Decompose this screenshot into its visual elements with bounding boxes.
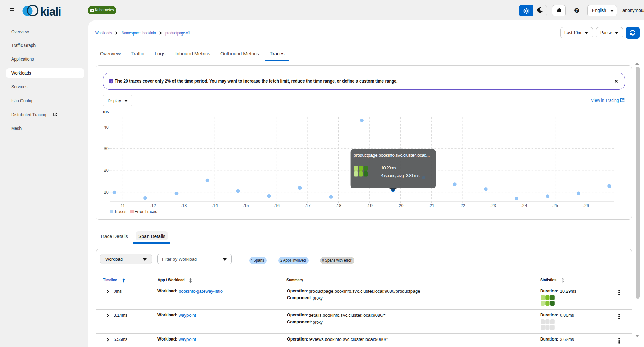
svg-text:4 spans, avg=3.81ms: 4 spans, avg=3.81ms	[381, 173, 420, 178]
svg-text::22: :22	[459, 203, 465, 208]
svg-text::24: :24	[521, 203, 527, 208]
svg-text:10: 10	[104, 190, 109, 195]
svg-text:40: 40	[104, 125, 109, 130]
svg-text::12: :12	[150, 203, 156, 208]
svg-text::15: :15	[243, 203, 249, 208]
svg-text::17: :17	[305, 203, 310, 208]
svg-text:10.29ms: 10.29ms	[381, 165, 396, 170]
svg-text::13: :13	[181, 203, 187, 208]
svg-text:ms: ms	[103, 109, 109, 114]
svg-text::23: :23	[490, 203, 496, 208]
svg-text:productpage.bookinfo.svc.clust: productpage.bookinfo.svc.cluster.local:.…	[353, 153, 430, 158]
svg-text::25: :25	[552, 203, 558, 208]
svg-text:?: ?	[576, 8, 578, 12]
svg-text::14: :14	[212, 203, 218, 208]
svg-text:20: 20	[104, 168, 109, 173]
svg-text::21: :21	[429, 203, 434, 208]
svg-text::16: :16	[274, 203, 280, 208]
svg-text:Traces: Traces	[114, 209, 126, 214]
svg-text::26: :26	[583, 203, 589, 208]
svg-text::19: :19	[367, 203, 373, 208]
svg-text::11: :11	[120, 203, 125, 208]
svg-text:Error Traces: Error Traces	[135, 209, 157, 214]
svg-text:30: 30	[104, 146, 109, 151]
svg-text::20: :20	[397, 203, 403, 208]
svg-text::18: :18	[336, 203, 341, 208]
